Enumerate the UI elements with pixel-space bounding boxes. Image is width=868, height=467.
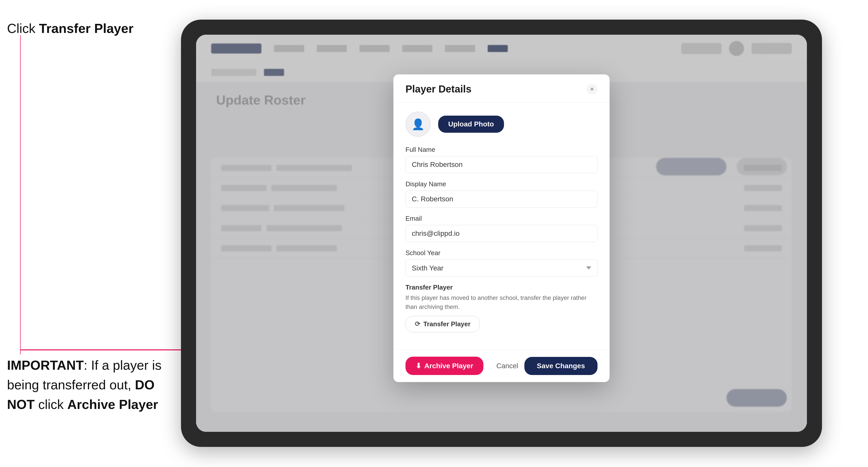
- person-icon: 👤: [411, 118, 425, 130]
- avatar: 👤: [405, 112, 431, 137]
- school-year-group: School Year Sixth Year First Year Second…: [405, 249, 597, 277]
- instruction-top: Click Transfer Player: [7, 20, 133, 37]
- email-group: Email: [405, 215, 597, 242]
- full-name-input[interactable]: [405, 156, 597, 173]
- transfer-section-description: If this player has moved to another scho…: [405, 293, 597, 311]
- school-year-label: School Year: [405, 249, 597, 257]
- player-details-modal: Player Details × 👤 Upload Photo: [394, 74, 610, 382]
- modal-body: 👤 Upload Photo Full Name Display Name: [394, 102, 610, 349]
- instruction-bottom: IMPORTANT: If a player is being transfer…: [7, 355, 163, 414]
- archive-player-label: Archive Player: [67, 397, 158, 412]
- transfer-player-section: Transfer Player If this player has moved…: [405, 283, 597, 332]
- close-icon: ×: [590, 85, 594, 93]
- email-label: Email: [405, 215, 597, 222]
- display-name-label: Display Name: [405, 180, 597, 188]
- transfer-icon: ⟳: [415, 320, 420, 328]
- instruction-top-text: Click: [7, 21, 39, 36]
- cancel-button[interactable]: Cancel: [496, 362, 518, 370]
- full-name-label: Full Name: [405, 146, 597, 154]
- archive-icon: ⬇: [415, 362, 421, 370]
- modal-title: Player Details: [405, 84, 471, 95]
- transfer-button-label: Transfer Player: [423, 320, 471, 328]
- modal-footer: ⬇ Archive Player Cancel Save Changes: [394, 349, 610, 382]
- display-name-input[interactable]: [405, 190, 597, 208]
- upload-photo-button[interactable]: Upload Photo: [438, 116, 504, 133]
- archive-player-button[interactable]: ⬇ Archive Player: [405, 357, 484, 375]
- transfer-section-title: Transfer Player: [405, 283, 597, 291]
- save-changes-button[interactable]: Save Changes: [524, 357, 597, 375]
- email-input[interactable]: [405, 225, 597, 242]
- display-name-group: Display Name: [405, 180, 597, 208]
- instruction-top-bold: Transfer Player: [39, 21, 133, 36]
- annotation-vertical-line: [20, 35, 21, 354]
- avatar-section: 👤 Upload Photo: [405, 112, 597, 137]
- modal-close-button[interactable]: ×: [586, 84, 597, 95]
- tablet-device: Update Roster: [181, 20, 822, 447]
- transfer-player-button[interactable]: ⟳ Transfer Player: [405, 316, 480, 332]
- modal-overlay: Player Details × 👤 Upload Photo: [196, 35, 807, 432]
- tablet-screen: Update Roster: [196, 35, 807, 432]
- important-label: IMPORTANT: [7, 358, 84, 373]
- school-year-select[interactable]: Sixth Year First Year Second Year Third …: [405, 259, 597, 277]
- full-name-group: Full Name: [405, 146, 597, 173]
- instruction-bottom-text2: click: [35, 397, 67, 412]
- archive-button-label: Archive Player: [424, 362, 473, 370]
- modal-header: Player Details ×: [394, 74, 610, 102]
